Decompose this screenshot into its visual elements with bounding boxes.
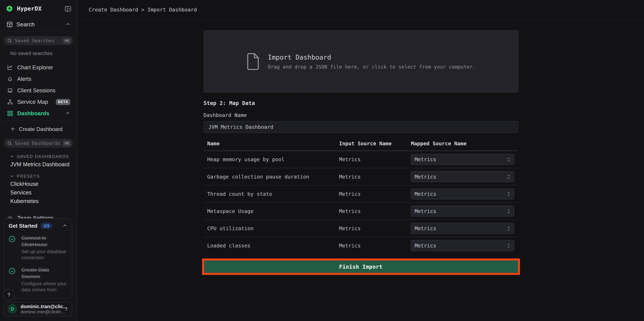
mapped-source-select[interactable]: Metrics <box>410 154 514 165</box>
check-circle-icon <box>8 234 18 261</box>
mapped-source-select[interactable]: Metrics <box>410 171 514 182</box>
selected-value: Metrics <box>414 156 436 162</box>
row-input-source: Metrics <box>339 225 411 231</box>
mapped-source-select[interactable]: Metrics <box>410 188 514 200</box>
row-name: Metaspace Usage <box>207 208 339 214</box>
presets-group-header[interactable]: PRESETS <box>10 174 77 178</box>
import-content: Import Dashboard Drag and drop a JSON fi… <box>204 30 518 275</box>
saved-dashboards-placeholder: Saved Dashboards <box>15 141 60 146</box>
check-circle-icon <box>8 267 18 293</box>
mapped-source-select[interactable]: Metrics <box>410 240 514 251</box>
sidebar-item-label: Client Sessions <box>17 87 56 93</box>
selected-value: Metrics <box>414 174 436 180</box>
row-input-source: Metrics <box>339 208 411 214</box>
sidebar-section-search[interactable]: Search <box>0 17 77 31</box>
hyperdx-logo-icon <box>6 5 13 12</box>
json-dropzone[interactable]: Import Dashboard Drag and drop a JSON fi… <box>204 30 518 92</box>
search-section-label: Search <box>16 21 35 27</box>
sidebar-item-service-map[interactable]: Service Map BETA <box>0 96 77 107</box>
sidebar-item-label: Service Map <box>17 99 48 105</box>
selected-value: Metrics <box>414 225 436 231</box>
create-dashboard-button[interactable]: Create Dashboard <box>0 124 77 134</box>
sidebar-item-alerts[interactable]: Alerts <box>0 73 77 84</box>
sidebar-item-label: Alerts <box>17 76 32 82</box>
finish-import-button[interactable]: Finish Import <box>204 261 518 273</box>
chevron-up-down-icon <box>506 226 511 231</box>
user-account-button[interactable]: D dominic.tran@clic... dominic.tran@clic… <box>4 302 72 316</box>
saved-dashboards-group-header[interactable]: SAVED DASHBOARDS <box>10 154 77 159</box>
table-row: Loaded classes Metrics Metrics <box>204 237 518 254</box>
progress-badge: 2/3 <box>41 223 52 229</box>
row-input-source: Metrics <box>339 156 411 162</box>
highlight-annotation: Finish Import <box>202 259 520 275</box>
main-area: Create Dashboard > Import Dashboard Impo… <box>78 0 644 321</box>
app-window: HyperDX Search Saved Searches ⌘K No save… <box>0 0 644 321</box>
saved-dashboards-input[interactable]: Saved Dashboards ⌘K <box>4 139 73 148</box>
mapped-source-select[interactable]: Metrics <box>410 206 514 217</box>
get-started-item-subtitle: Configure where your data comes from <box>21 281 67 293</box>
search-icon <box>8 38 12 43</box>
table-row: Thread count by state Metrics Metrics <box>204 185 518 203</box>
app-title: HyperDX <box>17 5 42 12</box>
sidebar-preset-link[interactable]: Kubernetes <box>10 198 77 204</box>
row-name: CPU utilization <box>207 225 339 231</box>
group-label-text: SAVED DASHBOARDS <box>17 154 69 159</box>
service-map-icon <box>6 99 13 105</box>
chevron-up-icon[interactable] <box>62 223 68 228</box>
get-started-item-title: Create Data Sources <box>21 267 67 280</box>
no-saved-searches-text: No saved searches <box>10 50 77 56</box>
get-started-item-connect[interactable]: Connect to ClickHouse Set up your databa… <box>8 234 68 261</box>
file-icon <box>246 53 260 70</box>
chevron-right-icon <box>64 307 68 311</box>
saved-searches-placeholder: Saved Searches <box>15 38 55 43</box>
table-row: CPU utilization Metrics Metrics <box>204 220 518 237</box>
group-label-text: PRESETS <box>17 174 40 178</box>
selected-value: Metrics <box>414 243 436 249</box>
row-input-source: Metrics <box>339 174 411 180</box>
page-header: Create Dashboard > Import Dashboard <box>78 0 644 20</box>
sidebar-item-dashboards[interactable]: Dashboards <box>0 107 77 119</box>
chevron-up-icon <box>66 111 70 116</box>
sidebar-item-chart-explorer[interactable]: Chart Explorer <box>0 62 77 73</box>
help-button[interactable]: ? <box>3 289 14 300</box>
sidebar-preset-link[interactable]: ClickHouse <box>10 181 77 187</box>
dashboard-name-input[interactable] <box>204 121 518 133</box>
sidebar-dashboard-link[interactable]: JVM Metrics Dashboard <box>10 161 77 167</box>
user-email: dominic.tran@clickh... <box>20 309 64 314</box>
chevron-up-down-icon <box>506 191 511 197</box>
sidebar-nav: Chart Explorer Alerts Client Sessions Se… <box>0 62 77 224</box>
column-header-mapped-source: Mapped Source Name <box>411 140 518 146</box>
chevron-up-down-icon <box>506 174 511 180</box>
sidebar-item-label: Chart Explorer <box>17 64 53 70</box>
get-started-item-sources[interactable]: Create Data Sources Configure where your… <box>8 267 68 293</box>
column-header-input-source: Input Source Name <box>339 140 411 146</box>
get-started-item-title: Connect to ClickHouse <box>21 234 67 248</box>
row-name: Loaded classes <box>207 243 339 249</box>
saved-searches-input[interactable]: Saved Searches ⌘K <box>4 36 73 45</box>
chevron-up-down-icon <box>506 208 511 214</box>
breadcrumb[interactable]: Create Dashboard > Import Dashboard <box>89 6 197 13</box>
dashboards-grid-icon <box>6 110 13 116</box>
row-name: Garbage collection pause duration <box>207 174 339 180</box>
plus-icon <box>10 126 15 131</box>
user-display-name: dominic.tran@clic... <box>20 304 64 309</box>
chevron-up-down-icon <box>506 156 511 162</box>
create-dashboard-label: Create Dashboard <box>19 126 62 132</box>
sidebar-collapse-icon[interactable] <box>64 5 72 12</box>
mapped-source-select[interactable]: Metrics <box>410 223 514 234</box>
row-input-source: Metrics <box>339 191 411 197</box>
divider <box>0 120 77 120</box>
dashboard-name-label: Dashboard Name <box>204 112 518 118</box>
shortcut-kbd: ⌘K <box>63 37 71 43</box>
sidebar-preset-link[interactable]: Services <box>10 190 77 196</box>
table-header-row: Name Input Source Name Mapped Source Nam… <box>204 138 518 151</box>
get-started-header[interactable]: Get Started 2/3 <box>8 223 68 229</box>
table-row: Garbage collection pause duration Metric… <box>204 168 518 185</box>
chevron-up-icon <box>66 22 70 27</box>
get-started-panel: Get Started 2/3 Connect to ClickHouse Se… <box>4 218 72 299</box>
chevron-up-down-icon <box>506 243 511 248</box>
table-row: Heap memory usage by pool Metrics Metric… <box>204 151 518 168</box>
sidebar-item-client-sessions[interactable]: Client Sessions <box>0 84 77 96</box>
sidebar: HyperDX Search Saved Searches ⌘K No save… <box>0 0 77 321</box>
selected-value: Metrics <box>414 191 436 197</box>
